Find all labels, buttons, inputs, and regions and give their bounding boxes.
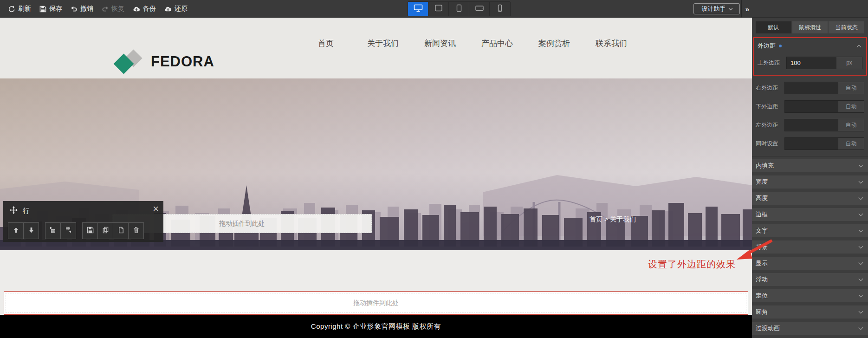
panel-collapse-button[interactable]: » [743, 0, 752, 18]
device-preview-switcher [408, 1, 511, 16]
logo-text: FEDORA [151, 53, 214, 70]
nav-item-cases[interactable]: 案例赏析 [538, 38, 570, 49]
margin-top-unit[interactable]: px [836, 57, 862, 69]
modified-indicator-dot [779, 45, 782, 47]
page-canvas: FEDORA 首页 关于我们 新闻资讯 产品中心 案例赏析 联系我们 [0, 18, 752, 338]
margin-left-input[interactable] [784, 119, 838, 131]
move-icon[interactable] [10, 206, 18, 216]
margin-bottom-input[interactable] [784, 100, 838, 113]
section-height[interactable]: 高度 [752, 192, 868, 205]
section-border[interactable]: 边框 [752, 208, 868, 221]
section-display[interactable]: 显示 [752, 257, 868, 270]
site-header: FEDORA 首页 关于我们 新闻资讯 产品中心 案例赏析 联系我们 [0, 18, 752, 78]
site-logo[interactable]: FEDORA [113, 48, 214, 75]
nav-item-products[interactable]: 产品中心 [481, 38, 513, 49]
move-row-down-button[interactable] [23, 222, 39, 239]
section-width[interactable]: 宽度 [752, 176, 868, 188]
row-element-toolbar: 行 × [3, 201, 163, 242]
paste-row-button[interactable] [113, 222, 129, 239]
section-float[interactable]: 浮动 [752, 273, 868, 286]
insert-row-below-button[interactable] [60, 222, 76, 239]
chevron-down-icon [859, 293, 863, 298]
toolbar-divider [741, 0, 742, 18]
tablet-portrait-icon [454, 4, 464, 14]
copy-row-button[interactable] [97, 222, 113, 239]
margin-all-unit[interactable]: 自动 [838, 137, 864, 150]
margin-all-row: 同时设置 自动 [756, 137, 864, 150]
margin-all-input[interactable] [784, 137, 838, 150]
nav-item-contact[interactable]: 联系我们 [596, 38, 627, 49]
margin-left-row: 左外边距 自动 [756, 119, 864, 131]
chevron-down-icon [859, 212, 863, 216]
device-tablet-landscape-button[interactable] [469, 2, 490, 16]
state-default-button[interactable]: 默认 [756, 21, 791, 33]
device-phone-button[interactable] [490, 2, 510, 16]
margin-left-unit[interactable]: 自动 [838, 119, 864, 131]
undo-button[interactable]: 撤销 [71, 5, 93, 13]
margin-top-input[interactable] [786, 57, 836, 69]
delete-row-button[interactable] [128, 222, 144, 239]
delete-icon [133, 227, 140, 235]
margin-bottom-unit[interactable]: 自动 [838, 100, 864, 113]
chevron-down-icon [859, 195, 863, 200]
site-footer: Copyright © 企业形象官网模板 版权所有 [0, 315, 752, 338]
row-toolbar-header: 行 × [3, 201, 163, 221]
device-monitor-button[interactable] [428, 2, 449, 16]
margin-bottom-row: 下外边距 自动 [756, 100, 864, 113]
chevron-down-icon [859, 309, 863, 314]
state-current-button[interactable]: 当前状态 [829, 21, 864, 33]
close-icon[interactable]: × [153, 204, 159, 214]
device-desktop-button[interactable] [408, 2, 428, 16]
refresh-button[interactable]: 刷新 [8, 5, 31, 13]
monitor-icon [434, 4, 443, 14]
chevron-down-icon [859, 244, 863, 249]
site-nav: 首页 关于我们 新闻资讯 产品中心 案例赏析 联系我们 [310, 38, 627, 49]
device-tablet-portrait-button[interactable] [449, 2, 469, 16]
nav-item-home[interactable]: 首页 [310, 38, 342, 49]
section-text[interactable]: 文字 [752, 224, 868, 237]
chevron-up-icon [857, 45, 862, 49]
panel-divider [752, 156, 868, 156]
design-assistant-button[interactable]: 设计助手 [693, 3, 740, 14]
move-row-up-button[interactable] [8, 222, 24, 239]
editor-window: 刷新 保存 撤销 恢复 备份 还原 [0, 0, 868, 338]
margin-right-unit[interactable]: 自动 [838, 82, 864, 94]
nav-item-about[interactable]: 关于我们 [367, 38, 399, 49]
backup-button[interactable]: 备份 [133, 5, 156, 13]
section-border-radius[interactable]: 圆角 [752, 306, 868, 318]
chevron-down-icon [859, 179, 863, 184]
paste-icon [117, 227, 124, 235]
margin-right-input[interactable] [784, 82, 838, 94]
insert-row-above-button[interactable] [45, 222, 61, 239]
chevron-down-icon [859, 163, 863, 168]
margin-right-row: 右外边距 自动 [756, 82, 864, 94]
breadcrumb[interactable]: 首页 > 关于我们 [589, 215, 636, 224]
save-row-button[interactable] [82, 222, 98, 239]
section-transition[interactable]: 过渡动画 [752, 322, 868, 335]
desktop-icon [414, 4, 423, 14]
chevron-down-icon [859, 325, 863, 330]
phone-icon [495, 4, 505, 14]
top-toolbar: 刷新 保存 撤销 恢复 备份 还原 [0, 0, 868, 18]
margin-effect-annotation: 设置了外边距的效果 [648, 258, 736, 271]
state-selector: 默认 鼠标滑过 当前状态 [756, 21, 864, 33]
section-margin-header[interactable]: 外边距 [756, 39, 864, 53]
arrow-up-icon [13, 227, 19, 235]
toolbar-button-group: 刷新 保存 撤销 恢复 备份 还原 [8, 0, 188, 18]
state-hover-button[interactable]: 鼠标滑过 [792, 21, 828, 33]
insert-row-above-icon [49, 226, 57, 235]
nav-item-news[interactable]: 新闻资讯 [424, 38, 456, 49]
refresh-icon [8, 6, 15, 13]
save-button[interactable]: 保存 [39, 5, 62, 13]
save-icon [39, 6, 46, 13]
undo-icon [71, 6, 78, 13]
bottom-plugin-dropzone[interactable]: 拖动插件到此处 [4, 291, 748, 315]
section-position[interactable]: 定位 [752, 289, 868, 302]
section-background[interactable]: 背景 [752, 240, 868, 254]
section-padding[interactable]: 内填充 [752, 159, 868, 172]
redo-button[interactable]: 恢复 [102, 5, 124, 13]
restore-button[interactable]: 还原 [164, 5, 188, 13]
chevron-down-icon [859, 277, 863, 281]
insert-row-below-icon [65, 226, 72, 235]
tablet-landscape-icon [475, 4, 484, 14]
